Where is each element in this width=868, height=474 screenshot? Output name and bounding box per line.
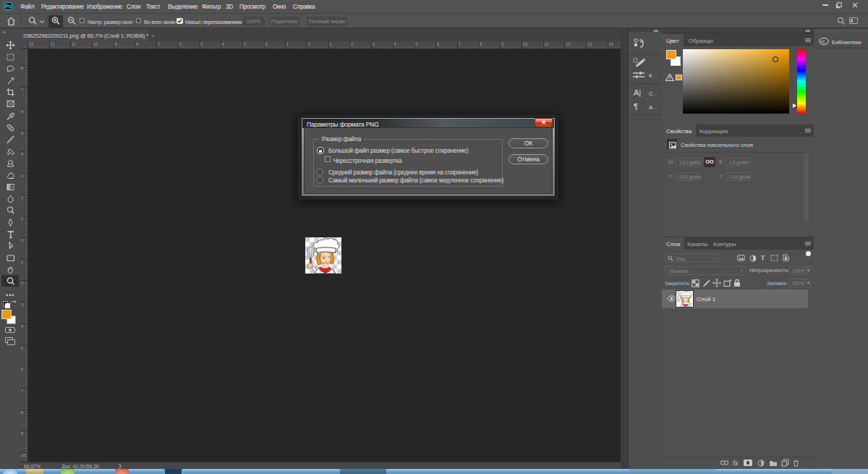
- svg-text:cc: cc: [821, 39, 825, 43]
